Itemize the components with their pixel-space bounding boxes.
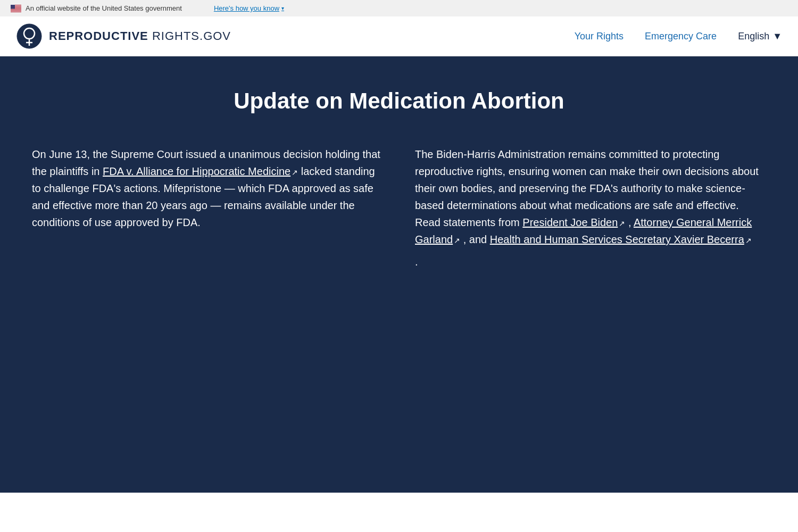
svg-rect-10 [11, 10, 21, 11]
language-selector[interactable]: English ▼ [738, 31, 782, 42]
gov-banner-text: An official website of the United States… [26, 4, 182, 12]
language-dropdown-arrow: ▼ [772, 31, 782, 42]
hero-title: Update on Medication Abortion [32, 88, 766, 114]
gov-banner-left: An official website of the United States… [11, 4, 182, 12]
us-flag-icon [11, 5, 21, 12]
svg-rect-8 [11, 9, 21, 10]
svg-rect-7 [11, 9, 21, 9]
left-column: On June 13, the Supreme Court issued a u… [32, 146, 383, 270]
external-link-icon-2: ↗︎ [619, 218, 625, 229]
right-text-2: , [625, 217, 634, 228]
nav-your-rights[interactable]: Your Rights [575, 31, 624, 42]
gov-banner: An official website of the United States… [0, 0, 798, 16]
logo-area: REPRODUCTIVE RIGHTS.GOV [16, 23, 231, 49]
external-link-icon: ↗︎ [292, 167, 298, 178]
main-nav: Your Rights Emergency Care English ▼ [575, 31, 782, 42]
logo-rights: RIGHTS [148, 29, 200, 43]
nav-emergency-care[interactable]: Emergency Care [645, 31, 717, 42]
site-header: REPRODUCTIVE RIGHTS.GOV Your Rights Emer… [0, 16, 798, 56]
logo-dotgov: .GOV [200, 29, 231, 43]
language-label: English [738, 31, 769, 42]
president-biden-text: President Joe Biden [522, 217, 618, 228]
fda-link-text: FDA v. Alliance for Hippocratic Medicine [103, 165, 290, 177]
logo-reproductive: REPRODUCTIVE [49, 29, 148, 43]
hero-columns: On June 13, the Supreme Court issued a u… [32, 146, 766, 270]
right-text-3: , and [460, 234, 490, 245]
chevron-down-icon: ▾ [281, 5, 284, 11]
svg-rect-11 [11, 11, 21, 11]
right-column-paragraph: The Biden-Harris Administration remains … [415, 146, 766, 270]
svg-rect-13 [11, 5, 15, 9]
period: . [415, 253, 766, 270]
logo-text: REPRODUCTIVE RIGHTS.GOV [49, 29, 231, 43]
logo-icon [16, 23, 43, 49]
how-you-know-link[interactable]: Here's how you know ▾ [214, 4, 284, 12]
external-link-icon-4: ↗︎ [745, 235, 752, 246]
hhs-secretary-text: Health and Human Services Secretary Xavi… [490, 234, 744, 245]
external-link-icon-3: ↗︎ [454, 235, 460, 246]
hhs-secretary-link[interactable]: Health and Human Services Secretary Xavi… [490, 234, 752, 245]
hero-section: Update on Medication Abortion On June 13… [0, 56, 798, 493]
svg-rect-9 [11, 10, 21, 10]
right-column: The Biden-Harris Administration remains … [415, 146, 766, 270]
fda-alliance-link[interactable]: FDA v. Alliance for Hippocratic Medicine… [103, 165, 298, 177]
svg-rect-12 [11, 11, 21, 12]
how-you-know-text: Here's how you know [214, 4, 279, 12]
president-biden-link[interactable]: President Joe Biden↗︎ [522, 217, 625, 228]
left-column-paragraph: On June 13, the Supreme Court issued a u… [32, 146, 383, 231]
